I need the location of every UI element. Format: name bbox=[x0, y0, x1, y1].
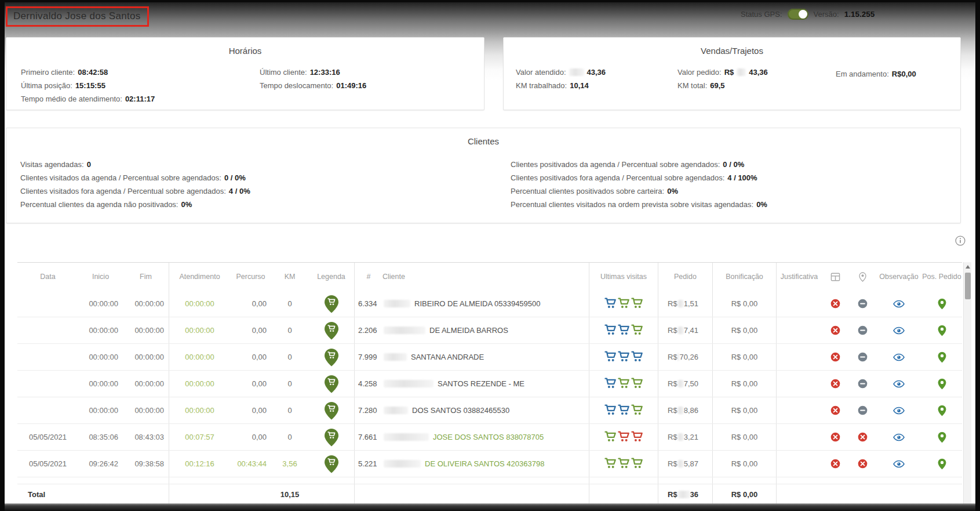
status-cancel-icon[interactable] bbox=[822, 451, 849, 477]
cell-order-value: R$5,87 bbox=[658, 451, 713, 477]
last-visits-carts[interactable] bbox=[604, 298, 643, 310]
order-position-pin-icon[interactable] bbox=[921, 344, 962, 370]
currency-prefix: R$ bbox=[668, 433, 677, 441]
legend-pin-cart-icon bbox=[308, 317, 355, 343]
total-km-value: 10,15 bbox=[271, 484, 308, 504]
total-empty-cell bbox=[876, 484, 921, 504]
legend-pin-cart-icon bbox=[308, 344, 355, 370]
scrollbar-thumb[interactable] bbox=[965, 273, 971, 299]
status-cancel-icon[interactable] bbox=[822, 371, 849, 397]
map-pin-icon bbox=[849, 263, 876, 291]
spacer-cell bbox=[17, 477, 78, 484]
visits-table: DataInicioFimAtendimentoPercursoKMLegend… bbox=[17, 262, 962, 504]
cell-client-name: DE ALMEIDA BARROS bbox=[382, 317, 589, 343]
last-visits-carts[interactable] bbox=[604, 404, 643, 417]
last-visits-carts[interactable] bbox=[604, 351, 643, 364]
scroll-up-arrow[interactable] bbox=[964, 262, 972, 271]
redacted-text bbox=[384, 300, 410, 307]
last-visits-carts[interactable] bbox=[604, 431, 643, 444]
last-visits-carts[interactable] bbox=[604, 378, 643, 390]
status-cancel-icon[interactable] bbox=[822, 344, 849, 370]
frame-border-left bbox=[0, 0, 5, 511]
cell-km: 0 bbox=[271, 371, 308, 397]
legend-pin-cart-icon bbox=[308, 424, 355, 450]
stat-label: Percentual clientes positivados sobre ca… bbox=[511, 187, 664, 195]
redacted-text bbox=[677, 380, 684, 387]
status-cancel-icon[interactable] bbox=[849, 451, 876, 477]
cell-km: 0 bbox=[271, 397, 308, 423]
status-cancel-icon[interactable] bbox=[822, 317, 849, 343]
observation-eye-icon[interactable] bbox=[876, 397, 921, 423]
table-row: 00:00:0000:00:0000:00:000,0007.999SANTAN… bbox=[17, 344, 962, 371]
redacted-text bbox=[384, 327, 425, 334]
cell-client-name: RIBEIRO DE ALMEIDA 05339459500 bbox=[382, 291, 589, 317]
spacer-cell bbox=[355, 477, 382, 484]
cell-client-number: 6.334 bbox=[355, 291, 382, 317]
total-empty-cell bbox=[382, 484, 589, 504]
cell-data: 05/05/2021 bbox=[17, 424, 78, 450]
cell-client-number: 2.206 bbox=[355, 317, 382, 343]
table-row: 00:00:0000:00:0000:00:000,0004.258SANTOS… bbox=[17, 371, 962, 397]
total-order-value: R$36 bbox=[658, 484, 713, 504]
col-percurso-header: Percurso bbox=[230, 263, 271, 291]
observation-eye-icon[interactable] bbox=[876, 424, 921, 450]
status-minus-icon[interactable] bbox=[849, 291, 876, 317]
cell-bonus-value: R$ 0,00 bbox=[713, 371, 777, 397]
order-value: 8,86 bbox=[684, 406, 698, 415]
cell-data bbox=[17, 291, 78, 317]
observation-eye-icon[interactable] bbox=[876, 317, 921, 343]
observation-eye-icon[interactable] bbox=[876, 371, 921, 397]
cell-inicio: 00:00:00 bbox=[78, 344, 123, 370]
version-label: Versão: bbox=[814, 10, 839, 19]
observation-eye-icon[interactable] bbox=[876, 344, 921, 370]
last-visits-carts[interactable] bbox=[604, 458, 643, 470]
stat-value: 4 / 0% bbox=[229, 187, 250, 195]
status-minus-icon[interactable] bbox=[849, 317, 876, 343]
status-cancel-icon[interactable] bbox=[822, 424, 849, 450]
col-justificativa-header: Justificativa bbox=[777, 263, 822, 291]
cell-km: 0 bbox=[271, 317, 308, 343]
status-minus-icon[interactable] bbox=[849, 371, 876, 397]
status-minus-icon[interactable] bbox=[849, 344, 876, 370]
order-position-pin-icon[interactable] bbox=[921, 424, 962, 450]
gps-toggle[interactable] bbox=[788, 9, 808, 20]
cell-percurso: 0,00 bbox=[230, 397, 271, 423]
currency-prefix: R$ bbox=[668, 490, 677, 499]
cell-atendimento: 00:07:57 bbox=[169, 424, 230, 450]
order-position-pin-icon[interactable] bbox=[921, 317, 962, 343]
cell-data bbox=[17, 371, 78, 397]
vertical-scrollbar[interactable] bbox=[963, 262, 971, 503]
field-label: Última posição: bbox=[21, 81, 72, 90]
order-position-pin-icon[interactable] bbox=[921, 451, 962, 477]
status-minus-icon[interactable] bbox=[849, 397, 876, 423]
cell-last-visits bbox=[589, 371, 658, 397]
order-position-pin-icon[interactable] bbox=[921, 291, 962, 317]
order-position-pin-icon[interactable] bbox=[921, 371, 962, 397]
status-cancel-icon[interactable] bbox=[849, 424, 876, 450]
observation-eye-icon[interactable] bbox=[876, 291, 921, 317]
status-cancel-icon[interactable] bbox=[822, 291, 849, 317]
field-label: Em andamento: bbox=[836, 70, 889, 78]
clientes-col-right: Clientes positivados da agenda / Percent… bbox=[511, 160, 767, 213]
frame-border-right bbox=[975, 0, 980, 511]
total-empty-cell bbox=[355, 484, 382, 504]
horarios-col1: Primeiro cliente:08:42:58 Última posição… bbox=[21, 68, 155, 108]
cell-client-name: SANTANA ANDRADE bbox=[382, 344, 589, 370]
observation-eye-icon[interactable] bbox=[876, 451, 921, 477]
last-visits-carts[interactable] bbox=[604, 324, 643, 337]
field-value: 43,36 bbox=[749, 68, 768, 77]
cell-percurso: 0,00 bbox=[230, 317, 271, 343]
order-position-pin-icon[interactable] bbox=[921, 397, 962, 423]
field-label: KM total: bbox=[677, 81, 707, 90]
cell-justification bbox=[777, 291, 822, 317]
field-label: Valor atendido: bbox=[516, 68, 566, 77]
total-empty-cell bbox=[777, 484, 822, 504]
cell-last-visits bbox=[589, 291, 658, 317]
total-empty-cell bbox=[308, 484, 355, 504]
cart-icon bbox=[618, 378, 630, 390]
redacted-text bbox=[384, 460, 421, 467]
cell-justification bbox=[777, 344, 822, 370]
status-cancel-icon[interactable] bbox=[822, 397, 849, 423]
info-icon[interactable] bbox=[955, 235, 966, 248]
cart-icon bbox=[631, 298, 643, 310]
